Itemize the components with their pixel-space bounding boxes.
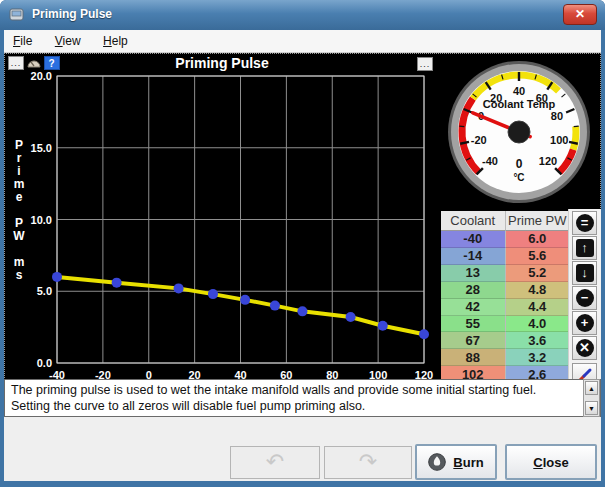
- scroll-down-icon[interactable]: ▼: [585, 401, 598, 415]
- prime-pw-cell[interactable]: 3.6: [506, 332, 571, 349]
- prime-pw-cell[interactable]: 5.2: [506, 265, 571, 282]
- close-button-label: Close: [533, 455, 568, 470]
- coolant-cell[interactable]: 55: [441, 316, 506, 333]
- prime-pw-cell[interactable]: 4.4: [506, 299, 571, 316]
- window-title: Priming Pulse: [32, 7, 112, 21]
- svg-text:0: 0: [516, 157, 523, 171]
- coolant-cell[interactable]: 67: [441, 332, 506, 349]
- coolant-cell[interactable]: 28: [441, 282, 506, 299]
- priming-pulse-window: Priming Pulse ✕ File View Help ... ? Pri…: [0, 0, 605, 487]
- graph-panel: ... ? Priming Pulse ... P r i m e P W m …: [4, 53, 601, 400]
- coolant-temp-gauge: -40-20020406080100120Coolant Temp0°C: [441, 55, 597, 209]
- description-line-2: Setting the curve to all zeros will disa…: [11, 398, 578, 414]
- description-line-1: The priming pulse is used to wet the int…: [11, 382, 578, 398]
- prime-pw-cell[interactable]: 6.0: [506, 231, 571, 248]
- svg-text:40: 40: [513, 85, 525, 97]
- decrement-icon: −: [576, 289, 594, 307]
- prime-pw-cell[interactable]: 4.8: [506, 282, 571, 299]
- burn-button-label: Burn: [453, 455, 483, 470]
- column-header-prime-pw: Prime PW: [506, 211, 571, 231]
- svg-text:100: 100: [550, 134, 568, 146]
- menu-bar: File View Help: [4, 30, 601, 53]
- undo-button[interactable]: ↶: [230, 446, 320, 479]
- svg-text:-20: -20: [471, 134, 487, 146]
- description-box: The priming pulse is used to wet the int…: [4, 379, 601, 417]
- close-button[interactable]: Close: [505, 444, 597, 480]
- svg-text:80: 80: [551, 110, 563, 122]
- table-row: 424.4: [441, 299, 570, 316]
- shift-down-button[interactable]: ↓: [572, 261, 597, 285]
- svg-text:5.0: 5.0: [37, 285, 52, 297]
- svg-text:°C: °C: [513, 172, 524, 183]
- svg-text:-40: -40: [482, 155, 498, 167]
- set-equal-button[interactable]: =: [572, 211, 597, 235]
- chart-title: Priming Pulse: [4, 55, 440, 71]
- decrement-button[interactable]: −: [572, 286, 597, 310]
- menu-file[interactable]: File: [4, 30, 41, 53]
- clear-button[interactable]: ✕: [572, 336, 597, 360]
- coolant-cell[interactable]: -40: [441, 231, 506, 248]
- svg-text:20.0: 20.0: [31, 71, 52, 82]
- client-area: File View Help ... ? Priming Pulse ... P…: [4, 30, 601, 481]
- svg-text:Coolant Temp: Coolant Temp: [483, 98, 556, 110]
- shift-up-icon: ↑: [576, 239, 594, 257]
- table-header-row: CoolantPrime PW: [441, 211, 570, 231]
- redo-button[interactable]: ↷: [324, 446, 412, 479]
- table-row: -406.0: [441, 231, 570, 248]
- coolant-cell[interactable]: 13: [441, 265, 506, 282]
- chart-settings-icon[interactable]: ...: [417, 57, 433, 71]
- coolant-cell[interactable]: 88: [441, 349, 506, 366]
- description-scrollbar[interactable]: ▲ ▼: [583, 379, 600, 417]
- table-row: 135.2: [441, 265, 570, 282]
- column-header-coolant: Coolant: [441, 211, 506, 231]
- curve-table: CoolantPrime PW-406.0-145.6135.2284.8424…: [441, 211, 570, 400]
- scroll-up-icon[interactable]: ▲: [585, 381, 598, 395]
- increment-icon: +: [576, 314, 594, 332]
- shift-up-button[interactable]: ↑: [572, 236, 597, 260]
- menu-view[interactable]: View: [46, 30, 90, 53]
- footer-bar: ↶ ↷ Burn Close: [4, 440, 601, 481]
- table-row: 284.8: [441, 282, 570, 299]
- burn-flame-icon: [428, 453, 446, 471]
- burn-button[interactable]: Burn: [415, 444, 497, 480]
- table-row: -145.6: [441, 248, 570, 265]
- table-row: 554.0: [441, 316, 570, 333]
- table-tool-buttons: =↑↓−+✕: [568, 209, 601, 400]
- shift-down-icon: ↓: [576, 264, 594, 282]
- app-icon: [9, 7, 25, 23]
- svg-text:15.0: 15.0: [31, 142, 52, 154]
- set-equal-icon: =: [576, 214, 594, 232]
- table-row: 673.6: [441, 332, 570, 349]
- coolant-cell[interactable]: -14: [441, 248, 506, 265]
- prime-pw-cell[interactable]: 3.2: [506, 349, 571, 366]
- prime-pw-cell[interactable]: 4.0: [506, 316, 571, 333]
- svg-text:120: 120: [539, 155, 557, 167]
- table-row: 883.2: [441, 349, 570, 366]
- prime-pw-cell[interactable]: 5.6: [506, 248, 571, 265]
- clear-icon: ✕: [576, 339, 594, 357]
- priming-pulse-chart[interactable]: -40-200204060801001200.05.010.015.020.0C…: [4, 71, 440, 397]
- increment-button[interactable]: +: [572, 311, 597, 335]
- close-icon[interactable]: ✕: [563, 4, 597, 25]
- svg-text:10.0: 10.0: [31, 214, 52, 226]
- menu-help[interactable]: Help: [94, 30, 137, 53]
- coolant-cell[interactable]: 42: [441, 299, 506, 316]
- svg-text:0.0: 0.0: [37, 357, 52, 369]
- title-bar[interactable]: Priming Pulse ✕: [0, 0, 605, 30]
